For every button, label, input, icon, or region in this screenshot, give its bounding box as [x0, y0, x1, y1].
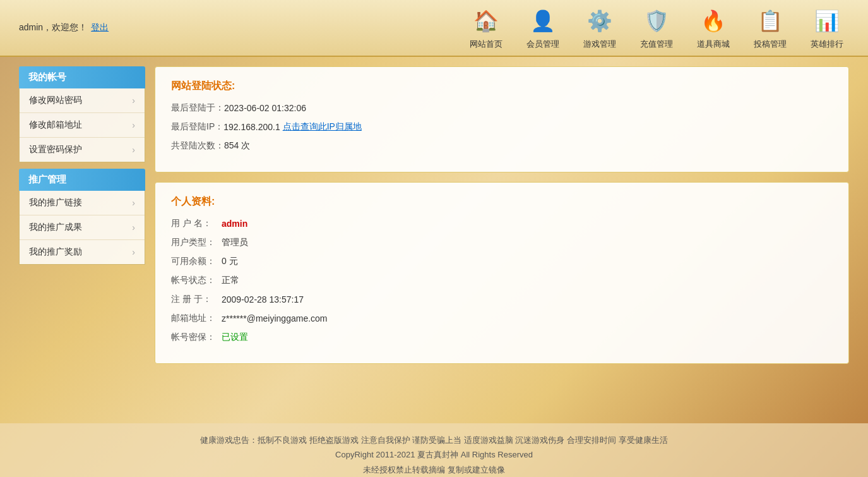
greeting-text: admin，欢迎您！	[19, 22, 87, 33]
account-password-label: 帐号密保：	[171, 332, 222, 343]
last-login-label: 最后登陆于：	[171, 102, 224, 114]
register-time-row: 注 册 于： 2009-02-28 13:57:17	[171, 294, 833, 305]
footer-copyright: CopyRight 2011-2021 夏古真封神 All Rights Res…	[0, 447, 868, 462]
nav-icon-game: ⚙️	[585, 6, 615, 36]
user-type-label: 用户类型：	[171, 237, 222, 248]
sidebar-item-my-promo-result[interactable]: 我的推广成果 ›	[20, 215, 145, 240]
sidebar-item-label: 设置密码保护	[29, 144, 82, 155]
nav-label-rank: 英雄排行	[811, 39, 843, 50]
sidebar-section2-menu: 我的推广链接 › 我的推广成果 › 我的推广奖励 ›	[19, 191, 145, 265]
username-label: 用 户 名：	[171, 218, 222, 229]
sidebar-item-label: 修改网站密码	[29, 95, 82, 106]
balance-row: 可用余额： 0 元	[171, 256, 833, 267]
last-ip-value: 192.168.200.1	[223, 122, 280, 132]
nav-icon-home: 🏠	[471, 6, 501, 36]
sidebar-item-label: 修改邮箱地址	[29, 119, 82, 131]
register-time-label: 注 册 于：	[171, 294, 222, 305]
sidebar: 我的帐号 修改网站密码 › 修改邮箱地址 › 设置密码保护 › 推广管理 我的推…	[19, 66, 145, 414]
last-ip-row: 最后登陆IP： 192.168.200.1 点击查询此IP归属地	[171, 121, 833, 133]
register-time-value: 2009-02-28 13:57:17	[222, 294, 304, 305]
last-ip-label: 最后登陆IP：	[171, 121, 223, 133]
nav-icon-shop: 🔥	[698, 6, 728, 36]
nav-label-game: 游戏管理	[583, 39, 616, 50]
sidebar-item-change-password[interactable]: 修改网站密码 ›	[20, 88, 145, 113]
account-password-row: 帐号密保： 已设置	[171, 332, 833, 343]
logout-link[interactable]: 登出	[91, 22, 109, 33]
main-nav: 🏠 网站首页 👤 会员管理 ⚙️ 游戏管理 🛡️ 充值管理 🔥 道具商城 📋 投…	[464, 6, 849, 50]
sidebar-arrow-icon: ›	[132, 198, 135, 208]
account-status-row: 帐号状态： 正常	[171, 275, 833, 286]
nav-item-submit[interactable]: 📋 投稿管理	[748, 6, 792, 50]
sidebar-item-my-promo-reward[interactable]: 我的推广奖励 ›	[20, 240, 145, 264]
nav-label-submit: 投稿管理	[754, 39, 787, 50]
sidebar-item-change-email[interactable]: 修改邮箱地址 ›	[20, 113, 145, 138]
last-login-value: 2023-06-02 01:32:06	[224, 103, 306, 113]
username-value: admin	[222, 219, 247, 229]
account-password-value: 已设置	[222, 332, 248, 343]
right-panel: 网站登陆状态: 最后登陆于： 2023-06-02 01:32:06 最后登陆I…	[155, 66, 849, 414]
sidebar-item-my-promo-link[interactable]: 我的推广链接 ›	[20, 191, 145, 215]
nav-label-home: 网站首页	[470, 39, 502, 50]
nav-item-shop[interactable]: 🔥 道具商城	[691, 6, 735, 50]
nav-icon-submit: 📋	[755, 6, 785, 36]
login-status-card: 网站登陆状态: 最后登陆于： 2023-06-02 01:32:06 最后登陆I…	[155, 66, 849, 172]
sidebar-section1-menu: 修改网站密码 › 修改邮箱地址 › 设置密码保护 ›	[19, 88, 145, 162]
balance-value: 0 元	[222, 256, 238, 267]
email-label: 邮箱地址：	[171, 313, 222, 324]
footer-notice: 健康游戏忠告：抵制不良游戏 拒绝盗版游戏 注意自我保护 谨防受骗上当 适度游戏益…	[0, 433, 868, 447]
nav-icon-member: 👤	[528, 6, 558, 36]
profile-card: 个人资料: 用 户 名： admin 用户类型： 管理员 可用余额： 0 元 帐…	[155, 182, 849, 364]
nav-item-rank[interactable]: 📊 英雄排行	[805, 6, 849, 50]
user-type-row: 用户类型： 管理员	[171, 237, 833, 248]
login-count-value: 854 次	[224, 140, 250, 152]
footer-no-copy: 未经授权禁止转载摘编 复制或建立镜像	[0, 462, 868, 477]
header: admin，欢迎您！ 登出 🏠 网站首页 👤 会员管理 ⚙️ 游戏管理 🛡️ 充…	[0, 0, 868, 57]
sidebar-item-label: 我的推广链接	[29, 197, 82, 208]
sidebar-item-label: 我的推广成果	[29, 222, 82, 233]
username-row: 用 户 名： admin	[171, 218, 833, 229]
nav-item-game[interactable]: ⚙️ 游戏管理	[578, 6, 622, 50]
nav-icon-recharge: 🛡️	[641, 6, 672, 36]
header-user-info: admin，欢迎您！ 登出	[19, 22, 464, 33]
sidebar-arrow-icon: ›	[132, 95, 135, 106]
sidebar-item-set-password-protect[interactable]: 设置密码保护 ›	[20, 138, 145, 162]
sidebar-arrow-icon: ›	[132, 145, 135, 155]
nav-item-recharge[interactable]: 🛡️ 充值管理	[634, 6, 679, 50]
nav-label-recharge: 充值管理	[640, 39, 673, 50]
email-value: z******@meiyinggame.com	[222, 313, 328, 323]
nav-item-member[interactable]: 👤 会员管理	[521, 6, 565, 50]
profile-title: 个人资料:	[171, 195, 833, 208]
balance-label: 可用余额：	[171, 256, 222, 267]
sidebar-item-label: 我的推广奖励	[29, 246, 82, 258]
nav-item-home[interactable]: 🏠 网站首页	[464, 6, 508, 50]
main-content: 我的帐号 修改网站密码 › 修改邮箱地址 › 设置密码保护 › 推广管理 我的推…	[0, 57, 868, 423]
email-row: 邮箱地址： z******@meiyinggame.com	[171, 313, 833, 324]
nav-label-shop: 道具商城	[697, 39, 730, 50]
login-status-title: 网站登陆状态:	[171, 80, 833, 93]
account-status-label: 帐号状态：	[171, 275, 222, 286]
sidebar-section2-title: 推广管理	[19, 169, 145, 191]
user-type-value: 管理员	[222, 237, 248, 248]
sidebar-arrow-icon: ›	[132, 247, 135, 257]
account-status-value: 正常	[222, 275, 239, 286]
nav-label-member: 会员管理	[526, 39, 559, 50]
sidebar-arrow-icon: ›	[132, 120, 135, 130]
nav-icon-rank: 📊	[812, 6, 842, 36]
ip-lookup-link[interactable]: 点击查询此IP归属地	[283, 121, 362, 133]
footer: 健康游戏忠告：抵制不良游戏 拒绝盗版游戏 注意自我保护 谨防受骗上当 适度游戏益…	[0, 423, 868, 477]
sidebar-section1-title: 我的帐号	[19, 66, 145, 88]
login-count-row: 共登陆次数： 854 次	[171, 140, 833, 152]
login-count-label: 共登陆次数：	[171, 140, 224, 152]
sidebar-arrow-icon: ›	[132, 222, 135, 232]
last-login-row: 最后登陆于： 2023-06-02 01:32:06	[171, 102, 833, 114]
